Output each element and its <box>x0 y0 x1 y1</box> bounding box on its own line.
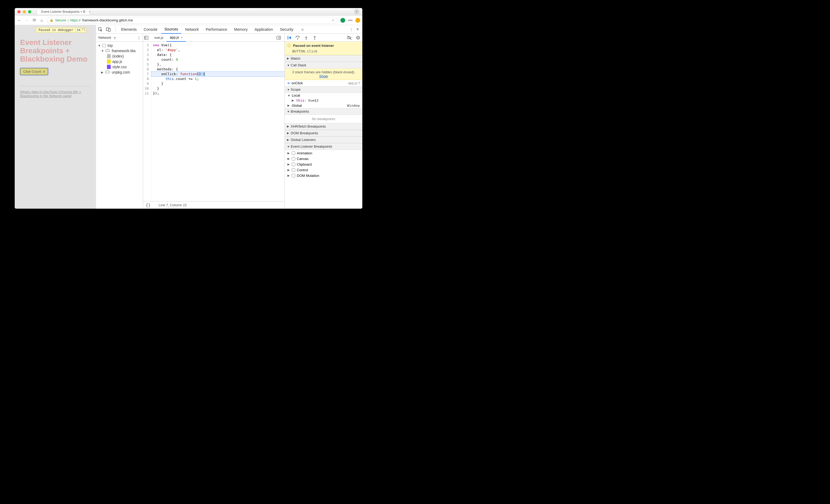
minimize-window-button[interactable] <box>23 10 26 13</box>
docs-link[interactable]: What's New In DevTools (Chrome 66) > Bla… <box>20 90 81 98</box>
tab-network[interactable]: Network <box>182 25 202 34</box>
navigator-subtab[interactable]: Network <box>98 36 111 40</box>
tab-console[interactable]: Console <box>140 25 160 34</box>
section-xhr-breakpoints[interactable]: ▶XHR/fetch Breakpoints <box>285 123 362 130</box>
bookmark-star-icon[interactable]: ☆ <box>331 18 335 22</box>
event-category[interactable]: ▶Animation <box>285 150 362 156</box>
extension-icon[interactable] <box>355 18 360 23</box>
cloud-icon <box>105 49 110 53</box>
document-icon <box>107 54 111 58</box>
titlebar: Event Listener Breakpoints + B × <box>15 8 362 15</box>
svg-rect-4 <box>108 29 110 32</box>
inspect-element-icon[interactable] <box>98 27 105 32</box>
section-breakpoints[interactable]: ▼Breakpoints <box>285 108 362 115</box>
extension-icon[interactable] <box>341 18 345 23</box>
nav-reload-icon[interactable]: ⟳ <box>32 18 37 23</box>
tab-security[interactable]: Security <box>277 25 297 34</box>
nav-home-icon[interactable]: ⌂ <box>39 18 44 23</box>
editor-tab-vuejs[interactable]: vue.js <box>151 34 167 42</box>
devtools-menu-icon[interactable]: ⋮ <box>350 27 353 31</box>
event-category-checkbox[interactable] <box>292 157 295 160</box>
pretty-print-icon[interactable]: {} <box>146 203 151 208</box>
maximize-window-button[interactable] <box>28 10 31 13</box>
more-subtabs-icon[interactable]: » <box>114 36 116 40</box>
tree-label: app.js <box>112 59 122 64</box>
pause-on-exceptions-button[interactable] <box>355 35 361 40</box>
tab-close-icon[interactable]: × <box>89 10 90 13</box>
call-stack-frame[interactable]: ➔ onClick app.js:7 <box>285 80 362 86</box>
profile-avatar[interactable] <box>354 9 360 15</box>
tree-file[interactable]: app.js <box>96 59 143 64</box>
scope-local[interactable]: ▼Local <box>285 93 362 98</box>
click-count-button[interactable]: Click Count: 4 <box>20 68 48 75</box>
lock-icon: 🔒 <box>50 19 54 22</box>
tree-file[interactable]: style.css <box>96 64 143 69</box>
event-category[interactable]: ▶Clipboard <box>285 162 362 167</box>
event-category[interactable]: ▶DOM Mutation <box>285 173 362 179</box>
section-scope[interactable]: ▼Scope <box>285 86 362 93</box>
page-title: Event Listener Breakpoints + Blackboxing… <box>20 38 91 63</box>
scope-this[interactable]: ▶ this: Vue$3 <box>285 98 362 103</box>
event-category[interactable]: ▶Control <box>285 167 362 173</box>
section-dom-breakpoints[interactable]: ▶DOM Breakpoints <box>285 130 362 136</box>
svg-point-10 <box>306 38 307 39</box>
svg-point-12 <box>356 36 360 40</box>
tab-sources[interactable]: Sources <box>161 25 181 34</box>
line-gutter[interactable]: 1234567891011 <box>143 42 151 201</box>
tab-elements[interactable]: Elements <box>118 25 140 34</box>
js-file-icon <box>107 59 111 64</box>
show-blackboxed-link[interactable]: Show <box>319 74 328 78</box>
section-event-listener-breakpoints[interactable]: ▼Event Listener Breakpoints <box>285 143 362 150</box>
sources-navigator: Network » ⋮ ▼ top ▼ <box>96 34 143 209</box>
step-into-button[interactable] <box>304 35 309 40</box>
devtools-close-icon[interactable]: ✕ <box>356 27 359 31</box>
extension-icon[interactable] <box>348 20 353 21</box>
toggle-navigator-icon[interactable] <box>144 36 151 40</box>
overlay-resume-button[interactable] <box>76 28 81 33</box>
file-tree: ▼ top ▼ framework-bla <box>96 42 143 76</box>
event-category-checkbox[interactable] <box>292 163 295 166</box>
code-editor[interactable]: 1234567891011 new Vue({ el: '#app', data… <box>143 42 285 201</box>
tree-top-frame[interactable]: ▼ top <box>96 43 143 48</box>
resume-button[interactable] <box>286 35 292 40</box>
event-category[interactable]: ▶Canvas <box>285 156 362 162</box>
code-area[interactable]: new Vue({ el: '#app', data: { count: 0 }… <box>151 42 285 201</box>
svg-rect-13 <box>357 37 358 39</box>
close-tab-icon[interactable]: × <box>181 35 183 39</box>
section-watch[interactable]: ▶Watch <box>285 55 362 62</box>
editor-tab-appjs[interactable]: app.js × <box>167 34 186 42</box>
tab-application[interactable]: Application <box>251 25 276 34</box>
tree-file[interactable]: (index) <box>96 54 143 59</box>
step-over-button[interactable] <box>295 35 300 40</box>
event-category-checkbox[interactable] <box>292 168 295 172</box>
scope-global[interactable]: ▶ Global Window <box>285 103 362 108</box>
url-field[interactable]: 🔒 Secure | https://framework-blackboxing… <box>47 17 338 24</box>
cloud-icon <box>105 70 110 74</box>
frame-function: onClick <box>291 81 303 85</box>
section-global-listeners[interactable]: ▶Global Listeners <box>285 136 362 143</box>
overlay-step-over-button[interactable] <box>81 28 86 33</box>
event-category-checkbox[interactable] <box>292 174 295 177</box>
step-out-button[interactable] <box>312 35 317 40</box>
debugger-sidebar: ⓘ Paused on event listener BUTTON.click … <box>285 34 362 209</box>
section-call-stack[interactable]: ▼Call Stack <box>285 62 362 68</box>
event-category-checkbox[interactable] <box>292 151 295 155</box>
secure-label: Secure <box>55 18 66 22</box>
url-protocol: https:// <box>70 18 81 22</box>
deactivate-breakpoints-button[interactable] <box>347 35 352 40</box>
navigator-menu-icon[interactable]: ⋮ <box>137 36 141 40</box>
tree-label: style.css <box>112 65 127 69</box>
tab-performance[interactable]: Performance <box>202 25 230 34</box>
frame-icon <box>102 44 106 47</box>
frame-source[interactable]: app.js:7 <box>348 81 360 85</box>
svg-rect-8 <box>279 36 281 39</box>
nav-back-icon[interactable]: ← <box>17 18 22 23</box>
more-tabs-icon[interactable]: » <box>299 27 306 32</box>
tree-domain[interactable]: ▼ framework-bla <box>96 48 143 54</box>
browser-tab[interactable]: Event Listener Breakpoints + B × <box>37 9 90 14</box>
toggle-debugger-icon[interactable] <box>277 36 283 40</box>
tab-memory[interactable]: Memory <box>231 25 251 34</box>
device-toolbar-icon[interactable] <box>106 27 114 32</box>
close-window-button[interactable] <box>18 10 21 13</box>
tree-domain[interactable]: ▶ unpkg.com <box>96 69 143 75</box>
